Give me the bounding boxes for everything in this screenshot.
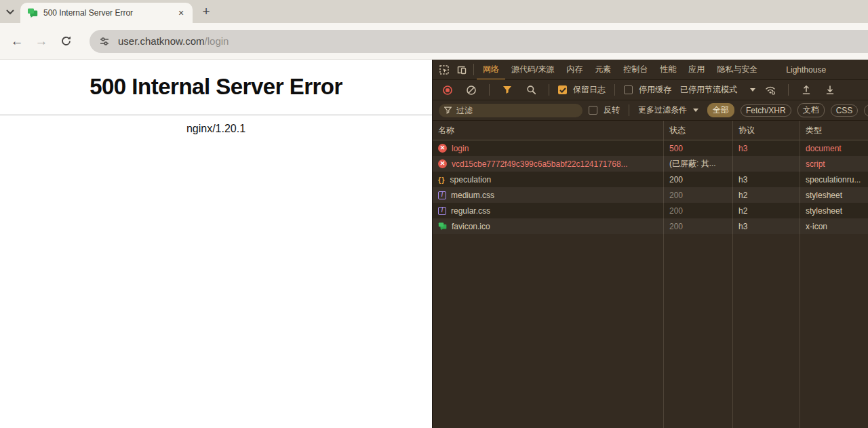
chevron-down-icon (6, 9, 14, 15)
tab-title: 500 Internal Server Error (43, 8, 175, 18)
table-empty-area (433, 234, 868, 428)
error-icon: ✕ (438, 144, 447, 153)
filter-pill-css[interactable]: CSS (831, 104, 859, 117)
devtools-tab-sources[interactable]: 源代码/来源 (505, 60, 560, 80)
filter-icon[interactable] (498, 81, 516, 99)
search-icon[interactable] (522, 81, 540, 99)
table-row[interactable]: favicon.ico 200 h3 x-icon (433, 218, 868, 234)
column-header-status[interactable]: 状态 (664, 121, 733, 140)
devtools-tab-elements[interactable]: 元素 (589, 60, 617, 80)
table-row[interactable]: /medium.css 200 h2 stylesheet (433, 187, 868, 203)
devtools-tab-memory[interactable]: 内存 (560, 60, 589, 80)
divider (473, 64, 474, 75)
devtools-tab-privacy[interactable]: 隐私与安全 (711, 60, 764, 80)
preserve-log-checkbox[interactable] (558, 85, 567, 94)
request-name: favicon.ico (452, 222, 490, 231)
request-status: (已屏蔽: 其... (664, 156, 733, 172)
request-name: medium.css (451, 191, 494, 200)
error-icon: ✕ (438, 159, 447, 168)
filter-input[interactable] (439, 104, 583, 117)
more-filters-button[interactable]: 更多过滤条件 (638, 104, 687, 116)
new-tab-button[interactable]: + (197, 2, 216, 21)
request-protocol: h2 (733, 203, 800, 218)
request-status: 200 (664, 203, 733, 218)
forward-button: → (31, 31, 52, 52)
request-status: 200 (664, 172, 733, 187)
clear-icon[interactable] (462, 81, 480, 99)
column-header-type[interactable]: 类型 (800, 121, 868, 140)
favicon-icon (438, 222, 447, 231)
request-name: regular.css (451, 206, 490, 216)
disable-cache-checkbox[interactable] (624, 85, 633, 94)
column-header-protocol[interactable]: 协议 (733, 121, 800, 140)
chevron-down-icon[interactable] (693, 109, 698, 112)
import-har-icon[interactable] (797, 81, 815, 99)
network-toolbar: 保留日志 停用缓存 已停用节流模式 (433, 80, 868, 100)
tab-close-icon[interactable]: × (175, 7, 187, 19)
url-bar[interactable]: user.chatknow.com/login (90, 30, 868, 53)
disable-cache-label[interactable]: 停用缓存 (639, 84, 671, 96)
table-row[interactable]: {}speculation 200 h3 speculationru... (433, 172, 868, 187)
tab-search-button[interactable] (0, 2, 20, 22)
column-header-name[interactable]: 名称 (433, 121, 664, 140)
request-status: 200 (664, 187, 733, 203)
server-version: nginx/1.20.1 (0, 123, 432, 135)
request-status: 500 (664, 140, 733, 156)
devtools-tab-performance[interactable]: 性能 (654, 60, 682, 80)
filter-pill-all[interactable]: 全部 (707, 103, 734, 117)
request-name: speculation (450, 175, 492, 184)
devtools-tab-application[interactable]: 应用 (682, 60, 711, 80)
divider (489, 84, 490, 96)
devtools-tab-lighthouse[interactable]: Lighthouse (780, 60, 832, 80)
browser-tab[interactable]: 500 Internal Server Error × (20, 3, 193, 23)
request-status: 200 (664, 218, 733, 234)
preserve-log-label[interactable]: 保留日志 (573, 84, 606, 96)
request-protocol: h2 (733, 187, 800, 203)
filter-funnel-icon (444, 106, 452, 114)
divider (614, 84, 615, 96)
web-page: 500 Internal Server Error nginx/1.20.1 (0, 60, 432, 428)
request-protocol: h3 (733, 172, 800, 187)
network-conditions-icon[interactable] (762, 81, 779, 99)
throttling-select[interactable]: 已停用节流模式 (680, 84, 737, 96)
divider (0, 115, 432, 115)
devtools-tab-bar: 网络 源代码/来源 内存 元素 控制台 性能 应用 隐私与安全 Lighthou… (433, 60, 868, 80)
request-name: login (452, 144, 469, 153)
site-favicon-icon (27, 7, 38, 18)
back-button[interactable]: ← (7, 31, 27, 52)
network-filter-bar: 反转 更多过滤条件 全部 Fetch/XHR 文档 CSS JS (433, 100, 868, 121)
url-text: user.chatknow.com/login (118, 35, 229, 47)
inspect-element-button[interactable] (435, 61, 453, 79)
request-type: script (800, 156, 868, 172)
site-settings-icon[interactable] (96, 33, 113, 50)
record-icon[interactable] (439, 81, 456, 99)
table-row[interactable]: ✕vcd15cbe7772f49c399c6a5babf22c124171768… (433, 156, 868, 172)
device-toolbar-button[interactable] (453, 61, 471, 79)
chevron-down-icon[interactable] (750, 88, 755, 92)
export-har-icon[interactable] (821, 81, 839, 99)
invert-label[interactable]: 反转 (604, 104, 620, 116)
request-type: document (800, 140, 868, 156)
request-type: speculationru... (800, 172, 868, 187)
table-row[interactable]: /regular.css 200 h2 stylesheet (433, 203, 868, 218)
divider (629, 104, 629, 116)
divider (788, 84, 789, 96)
filter-pill-fetch-xhr[interactable]: Fetch/XHR (741, 104, 791, 117)
browser-toolbar: ← → user.chatknow.com/login (0, 23, 868, 60)
devtools-panel: 网络 源代码/来源 内存 元素 控制台 性能 应用 隐私与安全 Lighthou… (432, 60, 868, 428)
request-type: stylesheet (800, 187, 868, 203)
stylesheet-icon: / (438, 191, 446, 199)
request-table-header: 名称 状态 协议 类型 (433, 121, 868, 140)
table-row[interactable]: ✕login 500 h3 document (433, 140, 868, 156)
stylesheet-icon: / (438, 207, 446, 215)
filter-pill-js[interactable]: JS (864, 104, 868, 117)
filter-pill-doc[interactable]: 文档 (797, 103, 825, 117)
request-protocol: h3 (733, 218, 800, 234)
script-icon: {} (438, 176, 446, 184)
invert-checkbox[interactable] (589, 106, 597, 115)
devtools-tab-console[interactable]: 控制台 (617, 60, 654, 80)
reload-button[interactable] (56, 31, 76, 52)
tab-strip: 500 Internal Server Error × + (0, 0, 868, 23)
divider (549, 84, 549, 96)
devtools-tab-network[interactable]: 网络 (477, 60, 505, 80)
